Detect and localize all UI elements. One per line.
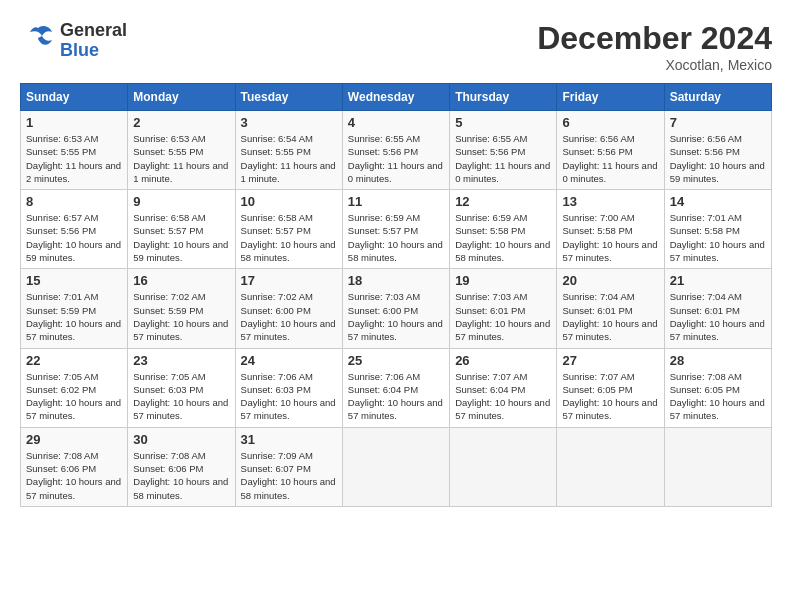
daylight-text: Daylight: 10 hours and 57 minutes.	[133, 318, 228, 342]
daylight-text: Daylight: 10 hours and 57 minutes.	[133, 397, 228, 421]
day-number: 22	[26, 353, 122, 368]
table-row: 13 Sunrise: 7:00 AM Sunset: 5:58 PM Dayl…	[557, 190, 664, 269]
daylight-text: Daylight: 10 hours and 57 minutes.	[241, 397, 336, 421]
daylight-text: Daylight: 11 hours and 1 minute.	[133, 160, 228, 184]
logo-blue-text: Blue	[60, 41, 127, 61]
sunrise-text: Sunrise: 7:03 AM	[348, 291, 420, 302]
table-row: 11 Sunrise: 6:59 AM Sunset: 5:57 PM Dayl…	[342, 190, 449, 269]
sunrise-text: Sunrise: 6:59 AM	[348, 212, 420, 223]
table-row: 14 Sunrise: 7:01 AM Sunset: 5:58 PM Dayl…	[664, 190, 771, 269]
day-number: 10	[241, 194, 337, 209]
daylight-text: Daylight: 10 hours and 57 minutes.	[348, 397, 443, 421]
table-row: 15 Sunrise: 7:01 AM Sunset: 5:59 PM Dayl…	[21, 269, 128, 348]
day-number: 16	[133, 273, 229, 288]
table-row	[664, 427, 771, 506]
sunset-text: Sunset: 5:58 PM	[455, 225, 525, 236]
sunset-text: Sunset: 6:00 PM	[241, 305, 311, 316]
sunset-text: Sunset: 5:56 PM	[670, 146, 740, 157]
daylight-text: Daylight: 10 hours and 57 minutes.	[670, 239, 765, 263]
sunset-text: Sunset: 5:55 PM	[133, 146, 203, 157]
daylight-text: Daylight: 11 hours and 0 minutes.	[455, 160, 550, 184]
col-wednesday: Wednesday	[342, 84, 449, 111]
table-row: 27 Sunrise: 7:07 AM Sunset: 6:05 PM Dayl…	[557, 348, 664, 427]
table-row: 21 Sunrise: 7:04 AM Sunset: 6:01 PM Dayl…	[664, 269, 771, 348]
sunset-text: Sunset: 5:57 PM	[348, 225, 418, 236]
day-number: 14	[670, 194, 766, 209]
calendar-header-row: Sunday Monday Tuesday Wednesday Thursday…	[21, 84, 772, 111]
sunrise-text: Sunrise: 6:58 AM	[241, 212, 313, 223]
sunrise-text: Sunrise: 7:00 AM	[562, 212, 634, 223]
day-info: Sunrise: 7:07 AM Sunset: 6:05 PM Dayligh…	[562, 370, 658, 423]
sunset-text: Sunset: 5:56 PM	[26, 225, 96, 236]
day-info: Sunrise: 7:03 AM Sunset: 6:00 PM Dayligh…	[348, 290, 444, 343]
logo: General Blue	[20, 20, 127, 61]
col-friday: Friday	[557, 84, 664, 111]
sunrise-text: Sunrise: 6:53 AM	[133, 133, 205, 144]
table-row: 10 Sunrise: 6:58 AM Sunset: 5:57 PM Dayl…	[235, 190, 342, 269]
sunrise-text: Sunrise: 7:01 AM	[26, 291, 98, 302]
day-number: 29	[26, 432, 122, 447]
table-row: 29 Sunrise: 7:08 AM Sunset: 6:06 PM Dayl…	[21, 427, 128, 506]
sunset-text: Sunset: 6:01 PM	[670, 305, 740, 316]
day-number: 11	[348, 194, 444, 209]
day-number: 24	[241, 353, 337, 368]
day-number: 31	[241, 432, 337, 447]
title-area: December 2024 Xocotlan, Mexico	[537, 20, 772, 73]
table-row: 31 Sunrise: 7:09 AM Sunset: 6:07 PM Dayl…	[235, 427, 342, 506]
table-row: 2 Sunrise: 6:53 AM Sunset: 5:55 PM Dayli…	[128, 111, 235, 190]
day-number: 27	[562, 353, 658, 368]
logo-general-text: General	[60, 21, 127, 41]
day-number: 6	[562, 115, 658, 130]
daylight-text: Daylight: 11 hours and 0 minutes.	[562, 160, 657, 184]
day-info: Sunrise: 7:08 AM Sunset: 6:06 PM Dayligh…	[133, 449, 229, 502]
daylight-text: Daylight: 10 hours and 59 minutes.	[133, 239, 228, 263]
daylight-text: Daylight: 10 hours and 58 minutes.	[133, 476, 228, 500]
day-number: 30	[133, 432, 229, 447]
sunset-text: Sunset: 5:56 PM	[348, 146, 418, 157]
sunset-text: Sunset: 6:03 PM	[241, 384, 311, 395]
day-number: 9	[133, 194, 229, 209]
day-info: Sunrise: 7:01 AM Sunset: 5:59 PM Dayligh…	[26, 290, 122, 343]
daylight-text: Daylight: 10 hours and 57 minutes.	[670, 397, 765, 421]
daylight-text: Daylight: 10 hours and 59 minutes.	[670, 160, 765, 184]
col-tuesday: Tuesday	[235, 84, 342, 111]
table-row: 8 Sunrise: 6:57 AM Sunset: 5:56 PM Dayli…	[21, 190, 128, 269]
sunset-text: Sunset: 5:57 PM	[133, 225, 203, 236]
sunset-text: Sunset: 6:05 PM	[562, 384, 632, 395]
table-row: 19 Sunrise: 7:03 AM Sunset: 6:01 PM Dayl…	[450, 269, 557, 348]
sunset-text: Sunset: 5:56 PM	[562, 146, 632, 157]
day-info: Sunrise: 7:04 AM Sunset: 6:01 PM Dayligh…	[562, 290, 658, 343]
col-saturday: Saturday	[664, 84, 771, 111]
calendar-week-1: 1 Sunrise: 6:53 AM Sunset: 5:55 PM Dayli…	[21, 111, 772, 190]
col-thursday: Thursday	[450, 84, 557, 111]
sunset-text: Sunset: 5:56 PM	[455, 146, 525, 157]
sunset-text: Sunset: 6:06 PM	[133, 463, 203, 474]
sunrise-text: Sunrise: 6:58 AM	[133, 212, 205, 223]
table-row: 18 Sunrise: 7:03 AM Sunset: 6:00 PM Dayl…	[342, 269, 449, 348]
daylight-text: Daylight: 10 hours and 57 minutes.	[26, 397, 121, 421]
daylight-text: Daylight: 10 hours and 57 minutes.	[455, 318, 550, 342]
daylight-text: Daylight: 10 hours and 58 minutes.	[241, 476, 336, 500]
sunset-text: Sunset: 6:05 PM	[670, 384, 740, 395]
day-info: Sunrise: 7:01 AM Sunset: 5:58 PM Dayligh…	[670, 211, 766, 264]
day-number: 28	[670, 353, 766, 368]
day-info: Sunrise: 7:06 AM Sunset: 6:04 PM Dayligh…	[348, 370, 444, 423]
day-number: 21	[670, 273, 766, 288]
sunset-text: Sunset: 6:01 PM	[562, 305, 632, 316]
sunrise-text: Sunrise: 6:55 AM	[455, 133, 527, 144]
day-info: Sunrise: 7:02 AM Sunset: 6:00 PM Dayligh…	[241, 290, 337, 343]
sunrise-text: Sunrise: 7:04 AM	[670, 291, 742, 302]
day-info: Sunrise: 6:57 AM Sunset: 5:56 PM Dayligh…	[26, 211, 122, 264]
day-number: 13	[562, 194, 658, 209]
day-info: Sunrise: 6:58 AM Sunset: 5:57 PM Dayligh…	[133, 211, 229, 264]
logo-bird-icon	[20, 20, 56, 61]
calendar-week-3: 15 Sunrise: 7:01 AM Sunset: 5:59 PM Dayl…	[21, 269, 772, 348]
day-info: Sunrise: 6:54 AM Sunset: 5:55 PM Dayligh…	[241, 132, 337, 185]
day-info: Sunrise: 7:02 AM Sunset: 5:59 PM Dayligh…	[133, 290, 229, 343]
day-number: 1	[26, 115, 122, 130]
day-number: 8	[26, 194, 122, 209]
sunrise-text: Sunrise: 7:06 AM	[241, 371, 313, 382]
sunset-text: Sunset: 6:06 PM	[26, 463, 96, 474]
calendar-week-4: 22 Sunrise: 7:05 AM Sunset: 6:02 PM Dayl…	[21, 348, 772, 427]
sunset-text: Sunset: 6:02 PM	[26, 384, 96, 395]
